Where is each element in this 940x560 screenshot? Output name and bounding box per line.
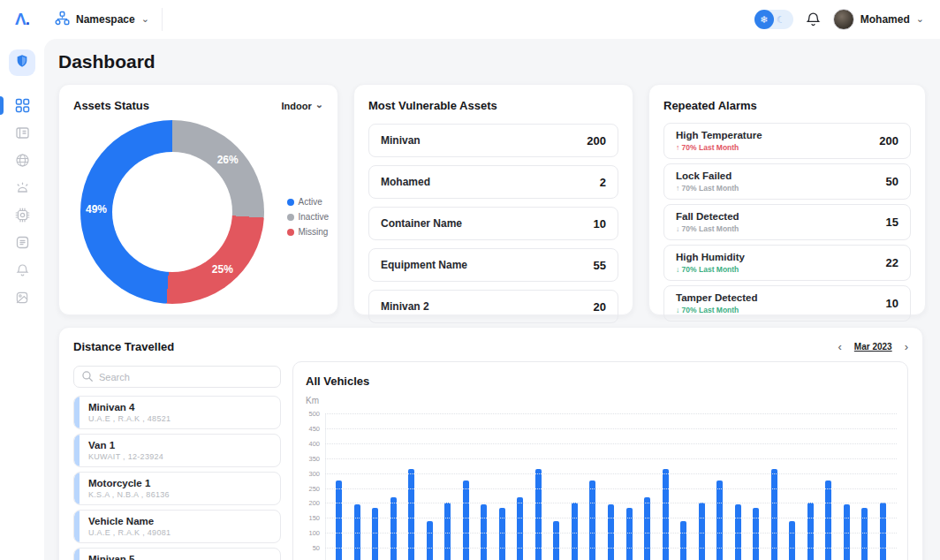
app-logo[interactable]: Λ.	[0, 10, 44, 29]
namespace-selector[interactable]: Namespace ⌄	[55, 11, 149, 29]
alarm-value: 50	[886, 175, 898, 188]
bar	[408, 469, 414, 560]
sidebar-item-devices[interactable]	[0, 201, 44, 229]
chevron-down-icon: ⌄	[315, 100, 323, 110]
donut-legend: ActiveInactiveMissing	[287, 197, 329, 237]
vehicle-accent-bar	[74, 435, 80, 466]
bar-chart-title: All Vehicles	[306, 375, 895, 388]
active-indicator	[0, 96, 4, 115]
alarm-row[interactable]: High Humidity↓ 70% Last Month22	[663, 245, 911, 281]
globe-icon	[15, 153, 30, 168]
gridline	[325, 548, 897, 549]
repeated-alarms-card: Repeated Alarms High Temperature↑ 70% La…	[648, 84, 926, 315]
vehicle-location: U.A.E , R.A.K , 48521	[88, 414, 271, 423]
y-axis-tick-label: 350	[297, 454, 320, 462]
alarm-value: 22	[886, 256, 898, 269]
vehicle-row[interactable]: Minivan 5	[73, 548, 281, 560]
sidebar-item-cards[interactable]	[0, 119, 44, 147]
sidebar-item-reports[interactable]	[0, 229, 44, 256]
vehicle-name: Minivan 4	[88, 402, 271, 412]
asset-name: Equipment Name	[381, 259, 467, 271]
alarm-value: 10	[886, 297, 898, 310]
navbar-divider	[162, 8, 163, 31]
asset-name: Minivan 2	[381, 300, 429, 313]
vehicle-row[interactable]: Motorcycle 1K.S.A , N.B.A , 86136	[73, 472, 281, 505]
dark-mode-icon[interactable]: ☾	[777, 14, 785, 26]
main-content: Dashboard Assets Status Indoor ⌄ 26%25%4…	[44, 39, 940, 560]
notifications-bell-icon[interactable]	[806, 11, 821, 27]
alarm-value: 15	[886, 216, 898, 229]
vulnerable-asset-row[interactable]: Mohamed2	[368, 165, 618, 199]
alarm-row[interactable]: High Temperature↑ 70% Last Month200	[663, 123, 911, 159]
vehicle-row[interactable]: Vehicle NameU.A.E , R.A.K , 49081	[73, 510, 281, 543]
vulnerable-asset-row[interactable]: Container Name10	[368, 207, 618, 240]
vehicle-location: KUWAIT , 12-23924	[88, 452, 271, 461]
bar	[444, 503, 451, 560]
alarm-row[interactable]: Tamper Detected↓ 70% Last Month10	[663, 285, 911, 322]
vehicle-accent-bar	[74, 549, 80, 560]
bar	[553, 521, 559, 560]
legend-label: Inactive	[299, 212, 329, 222]
vehicle-name: Vehicle Name	[88, 516, 271, 526]
alarm-name: Lock Failed	[676, 170, 739, 181]
theme-toggle[interactable]: ❄ ☾	[754, 10, 793, 29]
assets-status-title: Assets Status	[73, 99, 149, 112]
gridline	[325, 533, 897, 534]
y-axis-line	[325, 413, 326, 560]
bar	[626, 508, 633, 560]
gridline	[325, 443, 897, 444]
bar	[789, 521, 795, 560]
sidebar-item-dashboard[interactable]	[0, 92, 44, 119]
vehicle-name: Motorcycle 1	[88, 478, 271, 488]
vehicle-row[interactable]: Minivan 4U.A.E , R.A.K , 48521	[73, 396, 281, 429]
asset-name: Minivan	[381, 134, 421, 147]
prev-month-button[interactable]: ‹	[838, 341, 842, 352]
vehicle-row[interactable]: Van 1KUWAIT , 12-23924	[73, 434, 281, 467]
vehicle-location: K.S.A , N.B.A , 86136	[88, 490, 271, 499]
shield-badge[interactable]	[9, 49, 35, 76]
month-navigator: ‹ Mar 2023 ›	[838, 341, 909, 352]
distance-travelled-card: Distance Travelled ‹ Mar 2023 › Minivan …	[58, 327, 923, 560]
chip-icon	[15, 208, 30, 223]
alarm-name: High Temperature	[676, 130, 762, 140]
legend-item: Missing	[287, 227, 329, 237]
donut-segment-label: 49%	[86, 203, 107, 216]
vulnerable-asset-row[interactable]: Equipment Name55	[368, 248, 618, 282]
vehicle-accent-bar	[74, 511, 80, 542]
next-month-button[interactable]: ›	[905, 341, 908, 352]
light-mode-icon[interactable]: ❄	[754, 10, 774, 29]
alarm-icon	[15, 180, 30, 195]
alarm-row[interactable]: Lock Failed↑ 70% Last Month50	[663, 163, 911, 200]
vehicle-list: Minivan 4U.A.E , R.A.K , 48521Van 1KUWAI…	[73, 396, 281, 560]
bar	[771, 469, 777, 560]
vulnerable-assets-list: Minivan200Mohamed2Container Name10Equipm…	[368, 124, 618, 323]
donut-ring: 26%25%49%	[80, 120, 264, 304]
vulnerable-asset-row[interactable]: Minivan 220	[368, 290, 618, 323]
bar	[390, 497, 397, 560]
search-icon	[81, 370, 94, 386]
bell-icon	[16, 263, 29, 277]
vulnerable-asset-row[interactable]: Minivan200	[368, 124, 618, 157]
chevron-down-icon: ⌄	[141, 14, 149, 24]
asset-value: 2	[600, 176, 606, 189]
alarm-row[interactable]: Fall Detected↓ 70% Last Month15	[663, 204, 911, 240]
user-menu[interactable]: Mohamed ⌄	[833, 9, 924, 30]
sidebar-item-assets[interactable]	[0, 147, 44, 174]
bar-chart-plot: 50045040035030025020015010050	[325, 413, 897, 560]
bar	[535, 469, 542, 560]
sidebar-item-alarms[interactable]	[0, 174, 44, 201]
alarm-info: High Temperature↑ 70% Last Month	[676, 130, 762, 152]
donut-segment-label: 26%	[217, 154, 239, 166]
alarm-info: High Humidity↓ 70% Last Month	[676, 252, 745, 274]
sidebar-item-notifications[interactable]	[0, 256, 44, 284]
search-input[interactable]	[73, 366, 281, 388]
legend-item: Inactive	[287, 212, 329, 222]
alarm-trend: ↓ 70% Last Month	[676, 306, 757, 314]
y-axis-tick-label: 300	[297, 469, 320, 477]
indoor-filter-dropdown[interactable]: Indoor ⌄	[282, 101, 323, 111]
alarm-name: Fall Detected	[676, 211, 739, 222]
assets-status-card: Assets Status Indoor ⌄ 26%25%49% ActiveI…	[58, 84, 338, 315]
month-label[interactable]: Mar 2023	[854, 342, 892, 352]
sidebar-item-gallery[interactable]	[0, 284, 44, 311]
namespace-icon	[55, 11, 70, 29]
